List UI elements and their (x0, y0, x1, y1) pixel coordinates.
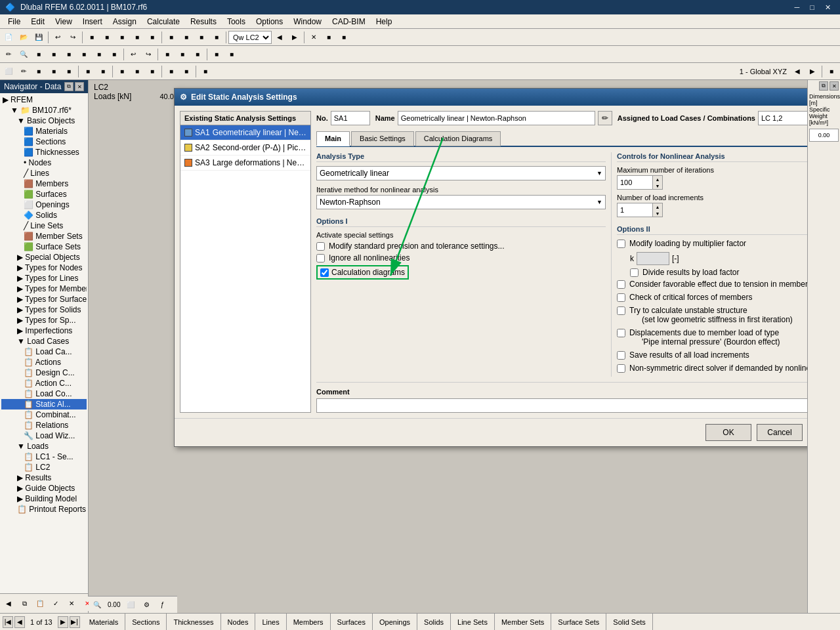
menu-cadbim[interactable]: CAD-BIM (327, 16, 371, 28)
menu-calculate[interactable]: Calculate (142, 16, 185, 28)
bottom-tab-thicknesses[interactable]: Thicknesses (167, 614, 220, 630)
bottom-tab-surfacesets[interactable]: Surface Sets (551, 614, 606, 630)
nav-loads[interactable]: ▼ Loads (1, 441, 87, 452)
nav-actions[interactable]: 📋 Actions (1, 357, 87, 368)
nav-file[interactable]: ▼ 📁 BM107.rf6* (1, 105, 87, 116)
bottom-tab-sections[interactable]: Sections (125, 614, 167, 630)
nav-load-cases[interactable]: ▼ Load Cases (1, 336, 87, 346)
nav-types-members[interactable]: ▶ Types for Members (1, 284, 87, 294)
bottom-tab-members[interactable]: Members (287, 614, 331, 630)
tb2-btn12[interactable]: ■ (175, 47, 190, 62)
tb-save[interactable]: 💾 (32, 30, 46, 45)
max-iterations-down[interactable]: ▼ (653, 182, 662, 189)
tb-btn11[interactable]: ■ (322, 30, 336, 45)
opt6-checkbox[interactable] (617, 329, 625, 337)
k-input[interactable] (637, 252, 669, 265)
nav-cross[interactable]: ✕ (64, 597, 79, 611)
nav-load-wizard[interactable]: 🔧 Load Wiz... (1, 430, 87, 441)
nav-members[interactable]: 🟫 Members (1, 178, 87, 189)
tb-btn10[interactable]: ✕ (306, 30, 321, 45)
tb2-btn9[interactable]: ↩ (126, 47, 140, 62)
opt4-checkbox[interactable] (617, 293, 625, 302)
menu-file[interactable]: File (3, 16, 26, 28)
nav-types-surfaces[interactable]: ▶ Types for Surfaces (1, 294, 87, 304)
nav-types-solids[interactable]: ▶ Types for Solids (1, 304, 87, 315)
opt3-checkbox[interactable] (617, 280, 625, 289)
nav-paste[interactable]: 📋 (33, 597, 47, 611)
nav-copy[interactable]: ⧉ (17, 597, 32, 611)
tb-undo[interactable]: ↩ (51, 30, 65, 45)
no-input[interactable] (331, 111, 370, 125)
comment-input[interactable] (316, 398, 807, 413)
nav-search-btn[interactable]: 🔍 (90, 598, 104, 612)
tb3-btn7[interactable]: ■ (96, 64, 110, 79)
nav-value-btn[interactable]: 0.00 (106, 598, 122, 612)
nav-filter-btn[interactable]: ⚙ (139, 598, 154, 612)
nav-func-btn[interactable]: ƒ (155, 598, 169, 612)
nav-surfacesets[interactable]: 🟩 Surface Sets (1, 242, 87, 252)
nav-membersets[interactable]: 🟫 Member Sets (1, 231, 87, 242)
nav-load-cases-sub[interactable]: 📋 Load Ca... (1, 346, 87, 357)
tb3-btn9[interactable]: ■ (130, 64, 144, 79)
cb3-checkbox[interactable] (320, 268, 329, 277)
tb2-btn11[interactable]: ■ (160, 47, 175, 62)
tb2-btn6[interactable]: ■ (77, 47, 91, 62)
tb3-btn13[interactable]: ■ (198, 64, 213, 79)
nav-special-objects[interactable]: ▶ Special Objects (1, 252, 87, 262)
tb2-btn2[interactable]: 🔍 (16, 47, 31, 62)
load-increments-input[interactable] (617, 203, 653, 217)
opt7-checkbox[interactable] (617, 351, 625, 360)
page-prev-btn[interactable]: ◀ (14, 616, 25, 628)
nav-scroll-left[interactable]: ◀ (1, 597, 16, 611)
menu-insert[interactable]: Insert (77, 16, 108, 28)
tb-open[interactable]: 📂 (16, 30, 31, 45)
right-panel-close-btn[interactable]: ✕ (830, 81, 839, 91)
nav-imperfections[interactable]: ▶ Imperfections (1, 326, 87, 336)
page-last-btn[interactable]: ▶| (70, 616, 80, 628)
nav-design-combos[interactable]: 📋 Design C... (1, 368, 87, 378)
tb-lc-next[interactable]: ▶ (287, 30, 302, 45)
bottom-tab-lines[interactable]: Lines (255, 614, 286, 630)
nav-check[interactable]: ✓ (49, 597, 63, 611)
tb-btn2[interactable]: ■ (100, 30, 114, 45)
assigned-input[interactable] (758, 111, 807, 125)
nav-solids[interactable]: 🔷 Solids (1, 210, 87, 220)
tab-basic-settings[interactable]: Basic Settings (351, 131, 414, 146)
nav-types-special[interactable]: ▶ Types for Sp... (1, 315, 87, 326)
nav-float-btn[interactable]: ⧉ (64, 82, 74, 91)
tb2-btn7[interactable]: ■ (92, 47, 106, 62)
tb2-btn1[interactable]: ✏ (1, 47, 16, 62)
nav-load-combos[interactable]: 📋 Load Co... (1, 388, 87, 399)
tb2-btn4[interactable]: ■ (47, 47, 61, 62)
tb-btn4[interactable]: ■ (130, 30, 144, 45)
menu-assign[interactable]: Assign (108, 16, 142, 28)
tb2-btn15[interactable]: ■ (224, 47, 239, 62)
nav-nodes[interactable]: • Nodes (1, 158, 87, 168)
nav-types-lines[interactable]: ▶ Types for Lines (1, 273, 87, 284)
tb3-coord-prev[interactable]: ◀ (790, 64, 805, 79)
tb2-btn13[interactable]: ■ (190, 47, 205, 62)
name-edit-btn[interactable]: ✏ (598, 111, 612, 125)
cancel-button[interactable]: Cancel (757, 424, 803, 441)
nav-building-model[interactable]: ▶ Building Model (1, 494, 87, 504)
nav-relations[interactable]: 📋 Relations (1, 420, 87, 430)
cb2-checkbox[interactable] (316, 254, 325, 262)
tb-btn1[interactable]: ■ (85, 30, 99, 45)
tb2-btn14[interactable]: ■ (209, 47, 224, 62)
nav-guide-objects[interactable]: ▶ Guide Objects (1, 483, 87, 494)
tb3-btn10[interactable]: ■ (145, 64, 159, 79)
nav-static-analysis[interactable]: 📋 Static Al... (1, 399, 87, 410)
right-panel-float-btn[interactable]: ⧉ (819, 81, 828, 91)
menu-results[interactable]: Results (185, 16, 222, 28)
tb-btn6[interactable]: ■ (164, 30, 178, 45)
nav-lc1[interactable]: 📋 LC1 - Se... (1, 452, 87, 462)
lc-combo[interactable]: Qw LC2 (228, 31, 272, 44)
bottom-tab-surfaces[interactable]: Surfaces (331, 614, 373, 630)
load-increments-up[interactable]: ▲ (653, 203, 662, 210)
tb3-btn6[interactable]: ■ (81, 64, 95, 79)
bottom-tab-materials[interactable]: Materials (83, 614, 126, 630)
analysis-type-dropdown[interactable]: Geometrically linear ▼ (316, 166, 606, 180)
existing-sa1[interactable]: SA1 Geometrically linear | Newton-... (180, 125, 310, 140)
nav-linesets[interactable]: ╱ Line Sets (1, 220, 87, 231)
load-increments-down[interactable]: ▼ (653, 210, 662, 217)
